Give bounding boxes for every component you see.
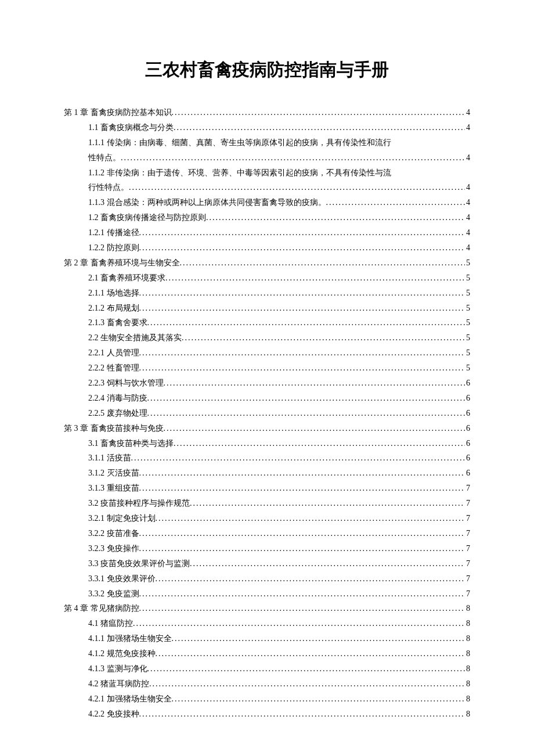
toc-leader-dots [139, 526, 466, 541]
toc-entry-text: 第 4 章 常见猪病防控 [64, 601, 139, 616]
toc-leader-dots [139, 481, 466, 496]
toc-leader-dots [190, 556, 465, 571]
toc-entry-text: 1.1.2 非传染病：由于遗传、环境、营养、中毒等因素引起的疫病，不具有传染性与… [88, 165, 470, 181]
toc-page-number: 8 [465, 692, 470, 707]
toc-leader-dots [133, 616, 465, 631]
toc-entry[interactable]: 2.2.2 牲畜管理5 [64, 361, 470, 376]
toc-entry[interactable]: 3.1 畜禽疫苗种类与选择6 [64, 436, 470, 451]
toc-page-number: 5 [465, 286, 470, 301]
toc-entry-text: 1.1 畜禽疫病概念与分类 [88, 120, 174, 135]
toc-entry[interactable]: 第 3 章 畜禽疫苗接种与免疫6 [64, 421, 470, 436]
toc-entry[interactable]: 2.2.4 消毒与防疫6 [64, 391, 470, 406]
toc-page-number: 8 [465, 676, 470, 692]
toc-entry[interactable]: 1.1.2 非传染病：由于遗传、环境、营养、中毒等因素引起的疫病，不具有传染性与… [64, 165, 470, 196]
toc-entry[interactable]: 2.1 畜禽养殖环境要求5 [64, 271, 470, 286]
toc-leader-dots [139, 301, 466, 316]
toc-entry[interactable]: 3.2.3 免疫操作7 [64, 541, 470, 556]
toc-entry[interactable]: 3.3 疫苗免疫效果评价与监测7 [64, 556, 470, 571]
toc-entry[interactable]: 第 2 章 畜禽养殖环境与生物安全5 [64, 255, 470, 271]
toc-entry[interactable]: 3.2.1 制定免疫计划7 [64, 511, 470, 526]
toc-page-number: 8 [465, 631, 470, 646]
toc-leader-dots [121, 150, 465, 165]
toc-entry[interactable]: 1.2 畜禽疫病传播途径与防控原则4 [64, 210, 470, 225]
toc-entry-text: 行性特点。 [88, 180, 129, 195]
toc-page-number: 8 [465, 601, 470, 616]
toc-page-number: 4 [465, 210, 470, 225]
toc-leader-dots [156, 646, 466, 661]
toc-entry[interactable]: 2.2.3 饲料与饮水管理6 [64, 376, 470, 391]
toc-page-number: 4 [465, 225, 470, 240]
toc-entry[interactable]: 2.2 生物安全措施及其落实5 [64, 330, 470, 345]
toc-leader-dots [149, 676, 465, 692]
toc-leader-dots [156, 571, 466, 586]
toc-entry[interactable]: 3.3.2 免疫监测7 [64, 586, 470, 602]
toc-leader-dots [139, 601, 466, 616]
toc-entry-text: 2.2.2 牲畜管理 [88, 361, 139, 376]
toc-page-number: 5 [465, 255, 470, 271]
toc-page-number: 4 [465, 195, 470, 210]
toc-entry[interactable]: 1.1.3 混合感染：两种或两种以上病原体共同侵害畜禽导致的疫病。4 [64, 195, 470, 210]
toc-page-number: 4 [465, 180, 470, 195]
toc-entry[interactable]: 4.2.2 免疫接种8 [64, 707, 470, 722]
toc-page-number: 8 [465, 616, 470, 631]
toc-entry[interactable]: 4.1 猪瘟防控8 [64, 616, 470, 631]
toc-entry-text: 3.3.1 免疫效果评价 [88, 571, 156, 586]
document-title: 三农村畜禽疫病防控指南与手册 [64, 58, 470, 82]
toc-entry[interactable]: 第 1 章 畜禽疫病防控基本知识4 [64, 105, 470, 120]
toc-leader-dots [172, 105, 466, 120]
toc-entry[interactable]: 第 4 章 常见猪病防控8 [64, 601, 470, 616]
toc-leader-dots [164, 376, 466, 391]
toc-entry-text: 3.1.2 灭活疫苗 [88, 466, 139, 481]
toc-entry[interactable]: 3.2.2 疫苗准备7 [64, 526, 470, 541]
toc-entry[interactable]: 4.2 猪蓝耳病防控8 [64, 676, 470, 692]
toc-page-number: 5 [465, 301, 470, 316]
toc-entry[interactable]: 3.1.3 重组疫苗7 [64, 481, 470, 496]
toc-entry[interactable]: 2.1.3 畜禽舍要求5 [64, 315, 470, 330]
toc-entry[interactable]: 3.3.1 免疫效果评价7 [64, 571, 470, 586]
toc-entry[interactable]: 1.2.2 防控原则4 [64, 240, 470, 255]
toc-entry[interactable]: 3.1.1 活疫苗6 [64, 451, 470, 466]
toc-leader-dots [147, 391, 466, 406]
toc-entry-text: 2.2.1 人员管理 [88, 345, 139, 361]
toc-entry[interactable]: 4.1.2 规范免疫接种8 [64, 646, 470, 661]
toc-entry-text: 1.2 畜禽疫病传播途径与防控原则 [88, 210, 206, 225]
toc-page-number: 4 [465, 240, 470, 255]
toc-entry-text: 1.2.1 传播途径 [88, 225, 139, 240]
toc-entry-text: 2.2.5 废弃物处理 [88, 406, 147, 421]
toc-page-number: 8 [465, 707, 470, 722]
toc-entry[interactable]: 2.1.1 场地选择5 [64, 286, 470, 301]
toc-entry[interactable]: 3.2 疫苗接种程序与操作规范7 [64, 496, 470, 511]
toc-leader-dots [326, 195, 466, 210]
toc-entry-text: 3.2 疫苗接种程序与操作规范 [88, 496, 190, 511]
toc-entry-text: 4.2 猪蓝耳病防控 [88, 676, 149, 692]
toc-leader-dots [139, 345, 466, 361]
toc-page-number: 7 [465, 586, 470, 602]
toc-entry[interactable]: 1.1 畜禽疫病概念与分类4 [64, 120, 470, 135]
toc-entry[interactable]: 4.2.1 加强猪场生物安全8 [64, 692, 470, 707]
toc-entry[interactable]: 2.2.1 人员管理5 [64, 345, 470, 361]
toc-page-number: 5 [465, 271, 470, 286]
toc-leader-dots [139, 225, 466, 240]
toc-entry[interactable]: 2.2.5 废弃物处理6 [64, 406, 470, 421]
toc-entry-text: 3.3 疫苗免疫效果评价与监测 [88, 556, 190, 571]
toc-leader-dots [139, 586, 466, 602]
toc-entry-text: 2.1.2 布局规划 [88, 301, 139, 316]
toc-page-number: 8 [465, 646, 470, 661]
toc-entry[interactable]: 3.1.2 灭活疫苗6 [64, 466, 470, 481]
toc-page-number: 5 [465, 361, 470, 376]
toc-entry-text: 3.1.1 活疫苗 [88, 451, 131, 466]
toc-entry[interactable]: 1.2.1 传播途径4 [64, 225, 470, 240]
table-of-contents: 第 1 章 畜禽疫病防控基本知识41.1 畜禽疫病概念与分类41.1.1 传染病… [64, 105, 470, 722]
toc-entry-text: 4.2.1 加强猪场生物安全 [88, 692, 172, 707]
toc-leader-dots [172, 692, 466, 707]
toc-entry-text: 2.2 生物安全措施及其落实 [88, 330, 182, 345]
toc-entry[interactable]: 4.1.3 监测与净化8 [64, 661, 470, 676]
toc-leader-dots [206, 210, 465, 225]
toc-entry[interactable]: 4.1.1 加强猪场生物安全8 [64, 631, 470, 646]
toc-entry-text: 1.2.2 防控原则 [88, 240, 139, 255]
toc-entry-text: 4.2.2 免疫接种 [88, 707, 139, 722]
toc-page-number: 6 [465, 406, 470, 421]
toc-entry[interactable]: 2.1.2 布局规划5 [64, 301, 470, 316]
toc-leader-dots [182, 330, 465, 345]
toc-entry[interactable]: 1.1.1 传染病：由病毒、细菌、真菌、寄生虫等病原体引起的疫病，具有传染性和流… [64, 135, 470, 165]
